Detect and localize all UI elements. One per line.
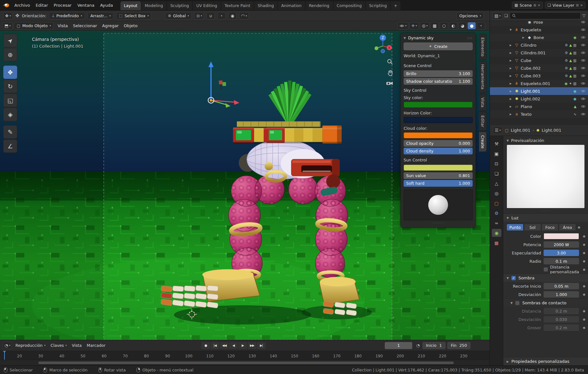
sidebar-tab-vista[interactable]: Vista [479,94,487,111]
scale-tool[interactable]: ◱ [3,94,17,107]
keyframe-dot-icon[interactable]: ● [582,326,587,329]
color-swatch-color[interactable] [544,233,579,239]
visibility-toggle[interactable] [581,21,585,24]
drag-dropdown[interactable]: Arrastr...▾ [88,12,114,19]
outliner-item-cilindro-001[interactable]: ▶▽Cilindro.001⚙▲▥ [490,49,588,57]
keyframe-dot-icon[interactable]: ● [582,251,587,254]
visibility-toggle[interactable] [581,113,585,116]
workspace-tab-texture-paint[interactable]: Texture Paint [221,1,254,10]
outliner-item-cube[interactable]: ▶▽Cube⚙▲▥ [490,57,588,64]
pivot-point-button[interactable]: ⊙▾ [194,12,204,19]
remove-view-layer-icon[interactable]: ✕ [580,4,583,7]
outliner-item-esqueleto[interactable]: ▼⋔Esqueleto [490,26,588,34]
properties-tab-tool[interactable]: ⚒ [492,140,501,148]
value-field-desviaci-n[interactable]: 0.030 [544,316,579,323]
timeline-menu-claves[interactable]: Claves▾ [48,342,69,349]
select-box-tool[interactable]: ➤ [3,34,17,47]
outliner-item-pose[interactable]: ◉Pose [490,21,588,26]
disclosure-icon[interactable]: ▼ [508,28,513,31]
properties-tab-object[interactable]: ▢ [492,199,501,207]
options-dropdown[interactable]: Opciones▾ [456,12,484,19]
proportional-edit-button[interactable]: ◉ [228,12,236,19]
properties-tab-world[interactable]: ◎ [492,189,501,197]
properties-tab-scene[interactable]: △ [492,179,501,187]
visibility-dropdown[interactable]: ▾ [398,22,408,29]
sky-slider-cloud-opacity[interactable]: Cloud opacity0.000 [404,140,473,147]
menu-ventana[interactable]: Ventana [74,2,97,9]
properties-tab-texture[interactable]: ▦ [492,239,501,247]
sidebar-tab-elemento[interactable]: Elemento [479,34,487,60]
current-frame-field[interactable]: 1 [385,342,412,349]
disclosure-icon[interactable]: ▶ [508,67,513,70]
play-reverse-button[interactable]: ◀ [229,342,238,349]
workspace-tab-shading[interactable]: Shading [254,1,278,10]
visibility-toggle[interactable] [581,82,585,85]
unlink-scene-icon[interactable]: ✕ [538,4,540,7]
sky-slider-soft-hard[interactable]: Soft hard1.000 [404,180,473,187]
value-field-recorte-inicio[interactable]: 0.05 m [544,283,579,289]
disclosure-icon[interactable]: ▶ [508,44,513,47]
camera-view-icon[interactable] [386,81,393,86]
value-field-potencia[interactable]: 2000 W [544,241,579,248]
play-button[interactable]: ▶ [238,342,247,349]
panel-expand-icon[interactable]: ▼ [404,36,406,40]
tool-settings-editor-icon[interactable]: ✥▾ [3,12,13,19]
timeline-scrollbar[interactable] [0,360,490,365]
outliner-item-bone[interactable]: ▶◆Bone◉ [490,34,588,41]
visibility-toggle[interactable] [581,97,585,100]
shading-rendered-button[interactable]: ● [468,22,476,29]
sky-color-swatch[interactable] [404,132,473,138]
keyframe-dot-icon[interactable]: ● [582,268,587,271]
breadcrumb-data[interactable]: Light.001 [542,128,561,133]
disclosure-icon[interactable]: ▶ [508,113,513,116]
mode-dropdown[interactable]: ▢Modo Objeto▾ [14,22,54,29]
visibility-toggle[interactable] [581,74,585,77]
menu-procesar[interactable]: Procesar [51,2,74,9]
jump-start-button[interactable]: |◀ [211,342,219,349]
outliner-item-cube-002[interactable]: ▶▽Cube.002⚙▲▥ [490,64,588,72]
properties-tab-data[interactable]: ◉ [492,229,501,237]
light-type-sol[interactable]: Sol [524,224,541,231]
keyframe-dot-icon[interactable]: ● [582,235,587,238]
outliner-item-light-002[interactable]: ▶✺Light.002◉ [490,95,588,103]
value-field-radio[interactable]: 0.1 m [544,258,579,264]
workspace-tab-uv-editing[interactable]: UV Editing [193,1,221,10]
value-field-especularidad[interactable]: 3.00 [544,250,579,256]
annotate-tool[interactable]: ✎ [3,125,17,139]
value-field-desviaci-n[interactable]: 1.000 [544,291,579,298]
editor-type-button[interactable]: ⬒▾ [3,22,12,29]
timeline-menu-marcador[interactable]: Marcador [84,342,108,349]
sidebar-tab-herramienta[interactable]: Herramienta [479,61,487,93]
outliner-item-texto[interactable]: ▶aTexto∿ [490,110,588,118]
shading-dropdown[interactable]: ▾ [477,22,485,29]
workspace-tab-animation[interactable]: Animation [278,1,306,10]
scene-selector[interactable]: ▦ Scene ⊞ ✕ [512,2,543,9]
workspace-tab-rendering[interactable]: Rendering [306,1,333,10]
frame-end-field[interactable]: Fin 250 [447,342,471,349]
disclosure-icon[interactable]: ▶ [508,97,513,100]
disclosure-icon[interactable]: ▶ [508,90,513,93]
disclosure-icon[interactable]: ▶ [508,74,513,77]
panel-resize-grip[interactable]: ······ [503,208,588,214]
panel-grip-icon[interactable]: :::: [467,36,473,40]
visibility-toggle[interactable] [581,51,585,54]
visibility-toggle[interactable] [581,90,585,93]
filter-icon[interactable]: ▽ [583,13,585,18]
menu-archivo[interactable]: Archivo [12,2,33,9]
xray-toggle[interactable]: ▩ [430,22,439,29]
breadcrumb-object[interactable]: Light.001 [511,128,530,133]
snap-settings-button[interactable]: ▾ [217,12,226,19]
gizmos-dropdown[interactable]: ✛▾ [409,22,419,29]
shading-solid-button[interactable]: ◐ [449,22,457,29]
sky-slider-brillo[interactable]: Brillo3.100 [404,70,473,77]
jump-end-button[interactable]: ▶| [257,342,266,349]
checkbox-distancia-personalizada[interactable] [544,267,548,272]
outliner-editor-type-button[interactable]: ▤▾ [492,12,502,19]
display-mode-icon[interactable]: ❏ [505,13,508,18]
move-tool[interactable]: ✥ [3,66,17,79]
preview-panel-header[interactable]: ▼ Previsualización [503,136,588,144]
sky-color-swatch[interactable] [404,117,473,123]
visibility-toggle[interactable] [581,105,585,108]
visibility-toggle[interactable] [581,59,585,62]
workspace-tab-modeling[interactable]: Modeling [141,1,167,10]
